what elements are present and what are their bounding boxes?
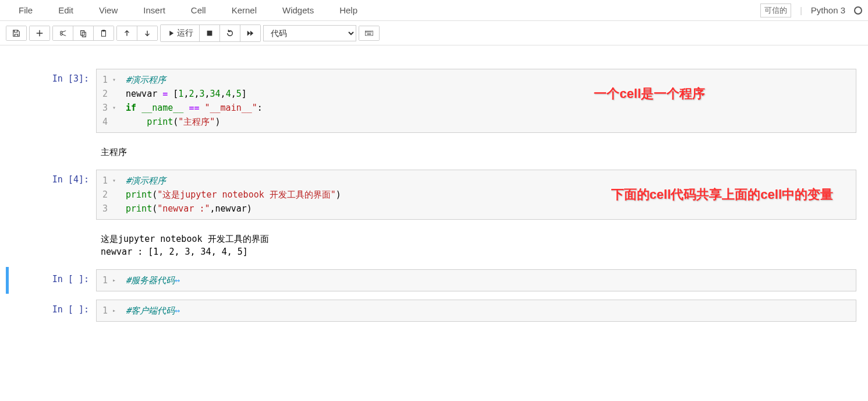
restart-button[interactable]: [220, 25, 240, 41]
code-line: print("newvar :",newvar): [126, 202, 850, 216]
notebook-cell[interactable]: In [3]:1▾23▾4#演示程序newvar = [1,2,3,34,4,5…: [6, 66, 862, 135]
paste-button[interactable]: [94, 26, 114, 40]
code-line: #演示程序: [126, 174, 850, 188]
svg-rect-2: [366, 31, 366, 32]
arrow-up-icon: [123, 29, 131, 37]
code-line: print("这是jupyter notebook 开发工具的界面"): [126, 188, 850, 202]
menu-cell[interactable]: Cell: [178, 1, 219, 20]
menu-widgets[interactable]: Widgets: [270, 1, 327, 20]
toolbar: 运行 代码: [0, 21, 868, 45]
menu-left: File Edit View Insert Cell Kernel Widget…: [6, 1, 370, 20]
output-text: 主程序: [96, 141, 856, 161]
svg-rect-4: [369, 31, 369, 32]
notebook-cell[interactable]: In [ ]:1▸#服务器代码↔: [6, 267, 862, 294]
menu-kernel[interactable]: Kernel: [219, 1, 270, 20]
arrow-down-icon: [143, 29, 151, 37]
svg-rect-0: [207, 30, 212, 36]
output-row: 主程序: [6, 139, 862, 164]
run-icon: [166, 29, 175, 37]
trusted-badge[interactable]: 可信的: [760, 3, 791, 17]
cell-body: 1▸#客户端代码↔: [96, 300, 856, 322]
menubar: File Edit View Insert Cell Kernel Widget…: [0, 0, 868, 21]
paste-icon: [100, 29, 108, 37]
code-content[interactable]: #演示程序newvar = [1,2,3,34,4,5]if __name__ …: [120, 69, 856, 132]
command-palette-button[interactable]: [359, 26, 379, 40]
move-down-button[interactable]: [137, 26, 157, 40]
code-content[interactable]: #演示程序print("这是jupyter notebook 开发工具的界面")…: [120, 170, 856, 219]
cell-type-select[interactable]: 代码: [263, 25, 356, 41]
input-prompt: In [3]:: [6, 69, 96, 133]
code-line: #客户端代码↔: [126, 304, 850, 318]
menu-file[interactable]: File: [6, 1, 45, 20]
line-gutter: 1▸: [97, 270, 120, 291]
copy-icon: [79, 29, 87, 37]
code-content[interactable]: #客户端代码↔: [120, 300, 856, 321]
code-line: #演示程序: [126, 73, 850, 87]
fast-forward-icon: [246, 29, 254, 37]
keyboard-icon: [365, 29, 373, 37]
code-editor[interactable]: 1▸#服务器代码↔: [96, 269, 856, 291]
code-editor[interactable]: 1▾23▾4#演示程序newvar = [1,2,3,34,4,5]if __n…: [96, 69, 856, 133]
add-cell-button[interactable]: [30, 26, 49, 40]
code-content[interactable]: #服务器代码↔: [120, 270, 856, 291]
run-button[interactable]: 运行: [161, 25, 200, 41]
code-editor[interactable]: 1▾23#演示程序print("这是jupyter notebook 开发工具的…: [96, 170, 856, 220]
code-line: print("主程序"): [126, 115, 850, 129]
notebook-cell[interactable]: In [4]:1▾23#演示程序print("这是jupyter noteboo…: [6, 167, 862, 222]
copy-button[interactable]: [73, 26, 94, 40]
cell-body: 1▸#服务器代码↔: [96, 269, 856, 291]
output-prompt: [6, 228, 96, 261]
input-prompt: In [ ]:: [6, 269, 96, 291]
restart-icon: [226, 29, 234, 37]
svg-rect-7: [367, 33, 371, 34]
input-prompt: In [ ]:: [6, 300, 96, 322]
line-gutter: 1▾23: [97, 170, 120, 219]
save-button[interactable]: [6, 26, 26, 40]
notebook-container: In [3]:1▾23▾4#演示程序newvar = [1,2,3,34,4,5…: [0, 45, 868, 333]
plus-icon: [36, 29, 44, 37]
scissors-icon: [59, 29, 67, 37]
code-line: if __name__ == "__main__":: [126, 101, 850, 115]
output-prompt: [6, 141, 96, 161]
notebook-cell[interactable]: In [ ]:1▸#客户端代码↔: [6, 297, 862, 324]
interrupt-button[interactable]: [200, 25, 220, 41]
fold-icon[interactable]: ▸: [110, 276, 116, 285]
menu-insert[interactable]: Insert: [130, 1, 178, 20]
cell-body: 1▾23▾4#演示程序newvar = [1,2,3,34,4,5]if __n…: [96, 69, 856, 133]
stop-icon: [206, 29, 214, 37]
cut-button[interactable]: [53, 26, 73, 40]
svg-rect-3: [367, 31, 368, 32]
fold-icon[interactable]: ▾: [110, 75, 116, 85]
kernel-name[interactable]: Python 3: [811, 5, 845, 15]
line-gutter: 1▾23▾4: [97, 69, 120, 132]
output-row: 这是jupyter notebook 开发工具的界面 newvar : [1, …: [6, 226, 862, 263]
run-label: 运行: [177, 28, 193, 38]
menu-edit[interactable]: Edit: [45, 1, 86, 20]
code-line: #服务器代码↔: [126, 273, 850, 287]
menu-right: 可信的 | Python 3: [760, 3, 862, 17]
move-up-button[interactable]: [117, 26, 137, 40]
code-line: newvar = [1,2,3,34,4,5]: [126, 87, 850, 101]
code-editor[interactable]: 1▸#客户端代码↔: [96, 300, 856, 322]
fold-icon[interactable]: ▾: [110, 176, 116, 185]
kernel-indicator-icon: [854, 6, 862, 15]
restart-run-all-button[interactable]: [240, 25, 260, 41]
svg-rect-6: [371, 31, 371, 32]
cell-body: 1▾23#演示程序print("这是jupyter notebook 开发工具的…: [96, 170, 856, 220]
fold-icon[interactable]: ▸: [110, 306, 116, 315]
menu-view[interactable]: View: [86, 1, 130, 20]
input-prompt: In [4]:: [6, 170, 96, 220]
save-icon: [12, 29, 20, 37]
output-text: 这是jupyter notebook 开发工具的界面 newvar : [1, …: [96, 228, 856, 261]
menu-help[interactable]: Help: [327, 1, 370, 20]
line-gutter: 1▸: [97, 300, 120, 321]
fold-icon[interactable]: ▾: [110, 103, 116, 112]
svg-rect-5: [370, 31, 370, 32]
